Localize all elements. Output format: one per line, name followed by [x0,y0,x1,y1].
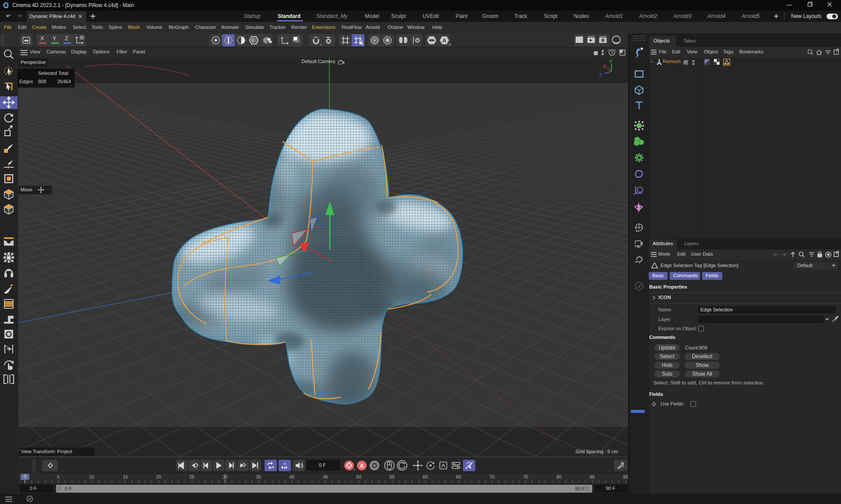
svg-text:ST: ST [635,260,639,263]
svg-text:A: A [283,462,286,466]
svg-text:Z: Z [599,73,602,78]
svg-text:Y: Y [609,60,612,64]
svg-text:A: A [360,463,364,469]
svg-text:ST: ST [636,229,640,233]
svg-text:X: X [603,64,606,69]
